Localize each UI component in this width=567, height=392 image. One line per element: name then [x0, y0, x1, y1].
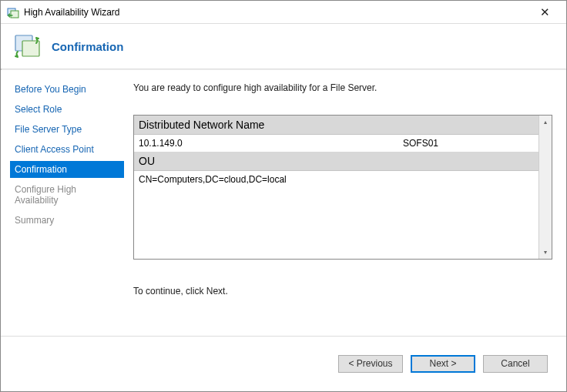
wizard-window: High Availability Wizard ✕ Confirmation …	[0, 0, 567, 392]
svg-rect-1	[11, 11, 18, 18]
content: You are ready to configure high availabi…	[124, 70, 566, 336]
sidebar-item-file-server-type[interactable]: File Server Type	[10, 121, 124, 138]
scroll-down-icon[interactable]: ▾	[539, 246, 552, 259]
sidebar-item-confirmation[interactable]: Confirmation	[10, 161, 124, 178]
section-header-dn: Distributed Network Name	[134, 116, 538, 135]
intro-text: You are ready to configure high availabi…	[133, 82, 552, 93]
scroll-up-icon[interactable]: ▴	[539, 116, 552, 129]
header: Confirmation	[1, 24, 566, 69]
titlebar: High Availability Wizard ✕	[1, 1, 566, 24]
app-icon	[7, 6, 19, 18]
next-button[interactable]: Next >	[411, 355, 475, 373]
dn-row: 10.1.149.0 SOFS01	[134, 135, 538, 152]
continue-text: To continue, click Next.	[133, 286, 552, 297]
close-icon[interactable]: ✕	[529, 2, 560, 23]
cancel-button[interactable]: Cancel	[483, 355, 548, 373]
scrollbar[interactable]: ▴ ▾	[538, 116, 552, 259]
sidebar-item-configure-ha: Configure High Availability	[10, 181, 124, 209]
sidebar-item-select-role[interactable]: Select Role	[10, 101, 124, 118]
dn-name: SOFS01	[403, 138, 534, 149]
page-title: Confirmation	[52, 40, 123, 53]
ou-value: CN=Computers,DC=cloud,DC=local	[139, 174, 534, 185]
sidebar: Before You Begin Select Role File Server…	[1, 70, 124, 336]
body: Before You Begin Select Role File Server…	[1, 70, 566, 336]
sidebar-item-before-you-begin[interactable]: Before You Begin	[10, 81, 124, 98]
window-title: High Availability Wizard	[24, 1, 529, 24]
summary-panel-main: Distributed Network Name 10.1.149.0 SOFS…	[134, 116, 538, 259]
section-header-ou: OU	[134, 152, 538, 171]
previous-button[interactable]: < Previous	[338, 355, 403, 373]
summary-panel: Distributed Network Name 10.1.149.0 SOFS…	[133, 115, 552, 260]
footer: < Previous Next > Cancel	[1, 336, 566, 391]
wizard-icon	[13, 32, 42, 61]
sidebar-item-summary: Summary	[10, 212, 124, 229]
sidebar-item-client-access-point[interactable]: Client Access Point	[10, 141, 124, 158]
ou-row: CN=Computers,DC=cloud,DC=local	[134, 171, 538, 188]
dn-ip: 10.1.149.0	[139, 138, 403, 149]
